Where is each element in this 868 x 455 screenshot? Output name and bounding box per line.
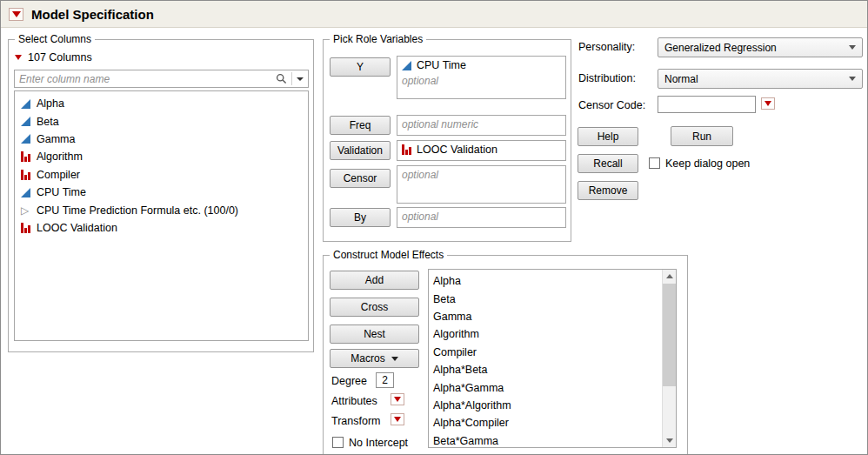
cross-button[interactable]: Cross (330, 298, 419, 317)
search-input[interactable] (15, 73, 276, 85)
personality-select[interactable]: Generalized Regression (658, 37, 863, 57)
column-item[interactable]: Algorithm (15, 148, 308, 165)
scroll-up-button[interactable] (663, 270, 676, 283)
effect-item[interactable]: Alpha*Algorithm (429, 397, 676, 414)
help-button[interactable]: Help (578, 127, 638, 146)
chevron-down-icon (849, 77, 856, 81)
column-label: Beta (37, 116, 59, 128)
model-effects-group: Construct Model Effects Add Cross Nest M… (323, 255, 688, 455)
column-item[interactable]: Gamma (15, 130, 308, 148)
column-item[interactable]: CPU Time (15, 184, 308, 201)
effects-list: Alpha Beta Gamma Algorithm Compiler Alph… (428, 269, 677, 448)
transform-label: Transform (331, 415, 381, 427)
red-triangle-columns-icon[interactable] (15, 55, 22, 60)
validation-role-field[interactable]: LOOC Validation (397, 140, 566, 161)
by-role-button[interactable]: By (330, 208, 391, 227)
column-label: Algorithm (37, 151, 83, 163)
column-item[interactable]: Alpha (15, 95, 308, 112)
y-role-entry[interactable]: CPU Time (402, 59, 561, 71)
column-item[interactable]: CPU Time Prediction Formula etc. (100/0) (15, 201, 308, 218)
column-label: LOOC Validation (37, 222, 117, 234)
run-button[interactable]: Run (671, 126, 733, 146)
column-item[interactable]: Compiler (15, 166, 308, 184)
pick-roles-title: Pick Role Variables (330, 33, 426, 45)
column-label: CPU Time Prediction Formula etc. (100/0) (37, 204, 238, 217)
by-role-field[interactable]: optional (397, 207, 566, 228)
continuous-icon (21, 188, 30, 197)
keep-dialog-open-checkbox[interactable] (649, 157, 660, 169)
page-title: Model Specification (31, 7, 154, 22)
formula-icon (21, 205, 30, 216)
nominal-icon (21, 170, 30, 180)
select-columns-title: Select Columns (15, 33, 95, 45)
macros-label: Macros (351, 352, 384, 365)
distribution-select[interactable]: Normal (658, 69, 863, 89)
red-triangle-menu-icon[interactable] (9, 8, 23, 21)
recall-button[interactable]: Recall (578, 154, 638, 173)
effect-item[interactable]: Compiler (429, 344, 676, 361)
freq-role-button[interactable]: Freq (330, 116, 391, 135)
nest-button[interactable]: Nest (330, 325, 419, 344)
y-optional-hint: optional (402, 75, 561, 87)
nominal-icon (21, 223, 30, 233)
degree-label: Degree (331, 375, 367, 387)
validation-role-button[interactable]: Validation (330, 141, 391, 160)
y-role-button[interactable]: Y (330, 57, 391, 77)
freq-role-field[interactable]: optional numeric (397, 115, 566, 136)
scroll-down-button[interactable] (663, 434, 676, 447)
column-label: Alpha (37, 97, 64, 110)
freq-optional-hint: optional numeric (402, 118, 478, 130)
keep-dialog-open-label: Keep dialog open (665, 157, 750, 170)
attributes-red-triangle-icon[interactable] (391, 393, 404, 405)
nominal-icon (21, 151, 30, 162)
column-label: Gamma (37, 133, 75, 145)
column-list: Alpha Beta Gamma Algorithm Compiler CPU … (14, 90, 309, 341)
column-label: CPU Time (37, 186, 86, 198)
model-specification-dialog: Model Specification Select Columns 107 C… (0, 0, 868, 455)
column-item[interactable]: LOOC Validation (15, 219, 308, 237)
transform-red-triangle-icon[interactable] (391, 413, 404, 425)
censor-role-button[interactable]: Censor (330, 169, 391, 188)
search-dropdown-icon[interactable] (297, 77, 304, 81)
effect-item[interactable]: Alpha*Compiler (429, 414, 676, 432)
header: Model Specification (1, 1, 867, 28)
censor-code-input[interactable] (658, 96, 756, 113)
columns-count-row: 107 Columns (15, 51, 92, 64)
attributes-label: Attributes (331, 395, 377, 407)
column-search-box (14, 70, 309, 88)
censor-code-label: Censor Code: (578, 99, 645, 111)
columns-count: 107 Columns (28, 51, 92, 64)
remove-button[interactable]: Remove (578, 181, 638, 200)
effect-item[interactable]: Beta*Gamma (429, 432, 676, 448)
search-icon[interactable] (276, 73, 287, 84)
scrollbar[interactable] (662, 270, 676, 447)
effect-item[interactable]: Beta (429, 290, 676, 307)
censor-code-red-triangle-icon[interactable] (761, 97, 775, 110)
effect-item[interactable]: Alpha*Beta (429, 361, 676, 378)
no-intercept-label: No Intercept (349, 437, 408, 449)
continuous-icon (21, 117, 30, 126)
distribution-value: Normal (664, 73, 698, 85)
effect-item[interactable]: Gamma (429, 308, 676, 325)
censor-role-field[interactable]: optional (397, 165, 566, 204)
scroll-thumb[interactable] (663, 284, 676, 386)
effect-item[interactable]: Algorithm (429, 325, 676, 343)
add-button[interactable]: Add (330, 271, 419, 290)
no-intercept-checkbox[interactable] (332, 437, 344, 448)
model-effects-title: Construct Model Effects (330, 249, 447, 261)
censor-optional-hint: optional (402, 169, 438, 181)
select-columns-group: Select Columns 107 Columns Alpha Beta (8, 39, 314, 352)
macros-button[interactable]: Macros (330, 349, 419, 368)
y-role-field[interactable]: CPU Time optional (397, 56, 566, 99)
chevron-down-icon (391, 357, 398, 361)
effect-item[interactable]: Alpha (429, 272, 676, 290)
validation-role-entry[interactable]: LOOC Validation (402, 144, 561, 156)
divider (291, 72, 292, 85)
validation-role-value: LOOC Validation (417, 144, 497, 156)
personality-value: Generalized Regression (664, 42, 777, 54)
degree-input[interactable] (376, 372, 394, 388)
effect-item[interactable]: Alpha*Gamma (429, 378, 676, 396)
y-role-value: CPU Time (417, 59, 466, 71)
column-item[interactable]: Beta (15, 112, 308, 130)
continuous-icon (21, 99, 30, 109)
